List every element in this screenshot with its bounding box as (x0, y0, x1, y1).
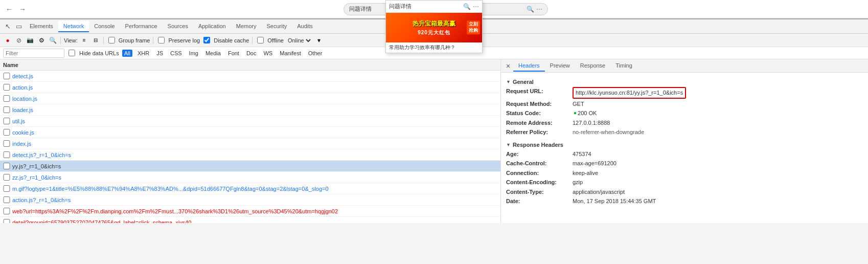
record-button[interactable]: ● (3, 36, 12, 45)
headers-tab-response[interactable]: Response (575, 60, 611, 72)
filter-all[interactable]: All (122, 50, 132, 57)
request-item-checkbox[interactable] (3, 219, 10, 223)
filter-css[interactable]: CSS (168, 50, 184, 57)
tab-network[interactable]: Network (58, 21, 89, 32)
request-url-key: Request URL: (506, 87, 573, 99)
tab-security[interactable]: Security (261, 21, 292, 32)
back-button[interactable]: ← (4, 4, 14, 14)
toolbar-divider4 (252, 37, 253, 44)
request-item[interactable]: detect.js (0, 71, 500, 82)
hide-data-urls-checkbox[interactable] (68, 50, 75, 56)
request-item-checkbox[interactable] (3, 208, 10, 214)
status-green-dot: ● (574, 109, 577, 118)
filter-ws[interactable]: WS (261, 50, 275, 57)
response-header-row: Content-Type:application/javascript (506, 188, 863, 196)
request-item[interactable]: yy.js?_r=1_0&ich=s (0, 161, 500, 172)
request-item-checkbox[interactable] (3, 151, 10, 158)
response-header-value: gzip (573, 178, 583, 187)
request-item[interactable]: loader.js (0, 104, 500, 116)
request-item-checkbox[interactable] (3, 185, 10, 192)
filter-doc[interactable]: Doc (244, 50, 259, 57)
camera-button[interactable]: 📷 (26, 36, 35, 45)
request-item-checkbox[interactable] (3, 84, 10, 91)
request-item-checkbox[interactable] (3, 73, 10, 79)
headers-content: ▼ General Request URL: http://klc.iyunsu… (501, 73, 868, 223)
response-header-row: Age:475374 (506, 150, 863, 159)
disable-cache-checkbox[interactable] (203, 37, 210, 43)
tab-elements[interactable]: Elements (25, 21, 58, 32)
request-item[interactable]: web?url=https%3A%2F%2F%2Fm.dianping.com%… (0, 206, 500, 217)
request-item-name: location.js (12, 96, 497, 102)
request-item-checkbox[interactable] (3, 106, 10, 113)
more-button[interactable]: ▾ (314, 36, 324, 45)
referrer-policy-value: no-referrer-when-downgrade (573, 128, 644, 137)
request-item[interactable]: m.gif?logtype=1&title=%E5%88%88%E7%94%A8… (0, 183, 500, 194)
response-header-value: application/javascript (573, 188, 625, 196)
request-item[interactable]: action.js?_r=1_0&ich=s (0, 194, 500, 206)
request-item-name: loader.js (12, 107, 497, 113)
throttle-select[interactable]: Online (286, 37, 312, 44)
request-item-checkbox[interactable] (3, 140, 10, 147)
filter-manifest[interactable]: Manifest (278, 50, 303, 57)
headers-tab-bar: × Headers Preview Response Timing (501, 59, 868, 73)
cursor-icon-button[interactable]: ↖ (2, 21, 13, 32)
remote-address-value: 127.0.0.1:8888 (573, 119, 610, 127)
headers-tab-timing[interactable]: Timing (610, 60, 637, 72)
browser-nav: ← → (4, 4, 28, 14)
filter-js[interactable]: JS (154, 50, 165, 57)
request-item[interactable]: action.js (0, 82, 500, 93)
remote-address-key: Remote Address: (506, 119, 573, 127)
response-headers-toggle[interactable]: ▼ (506, 142, 511, 147)
request-item[interactable]: detail?groupid=6579037527070474765&gd_la… (0, 217, 500, 223)
headers-close-button[interactable]: × (503, 61, 513, 71)
filter-media[interactable]: Media (203, 50, 223, 57)
forward-button[interactable]: → (17, 4, 28, 14)
filter-img[interactable]: Img (187, 50, 200, 57)
general-toggle[interactable]: ▼ (506, 79, 511, 84)
filter-input[interactable] (3, 49, 64, 58)
tab-sources[interactable]: Sources (163, 21, 193, 32)
popup-header: 问题详情 🔍 ⋯ (386, 1, 482, 13)
waterfall-view-button[interactable]: ⊟ (91, 36, 100, 45)
request-item-name: yy.js?_r=1_0&ich=s (12, 163, 497, 169)
popup-more: ⋯ (473, 3, 479, 10)
request-item[interactable]: zz.js?_r=1_0&ich=s (0, 172, 500, 183)
request-item-checkbox[interactable] (3, 129, 10, 136)
request-item[interactable]: util.js (0, 116, 500, 127)
request-item-checkbox[interactable] (3, 118, 10, 124)
toolbar-divider (60, 37, 61, 44)
request-item[interactable]: index.js (0, 138, 500, 149)
popup-badge: 立刻抢购 (467, 20, 480, 34)
filter-other[interactable]: Other (306, 50, 325, 57)
response-header-value: Mon, 17 Sep 2018 15:44:35 GMT (573, 197, 656, 206)
request-item[interactable]: cookie.js (0, 127, 500, 138)
request-item-checkbox[interactable] (3, 163, 10, 169)
request-item-checkbox[interactable] (3, 95, 10, 102)
response-header-key: Content-Type: (506, 188, 573, 196)
request-item-name: action.js (12, 84, 497, 91)
response-header-row: Content-Encoding:gzip (506, 178, 863, 187)
tab-performance[interactable]: Performance (120, 21, 163, 32)
filter-button[interactable]: ⚙ (37, 36, 46, 45)
tab-application[interactable]: Application (193, 21, 231, 32)
headers-tab-headers[interactable]: Headers (513, 60, 545, 72)
request-item[interactable]: location.js (0, 93, 500, 104)
group-frame-checkbox[interactable] (108, 37, 115, 43)
request-item[interactable]: detect.js?_r=1_0&ich=s (0, 149, 500, 161)
offline-checkbox[interactable] (257, 37, 264, 43)
filter-font[interactable]: Font (226, 50, 241, 57)
tab-console[interactable]: Console (89, 21, 120, 32)
device-icon-button[interactable]: ▭ (13, 21, 25, 32)
search-button[interactable]: 🔍 (48, 36, 57, 45)
remote-address-row: Remote Address: 127.0.0.1:8888 (506, 119, 863, 127)
request-item-checkbox[interactable] (3, 174, 10, 181)
request-item-checkbox[interactable] (3, 196, 10, 203)
preserve-log-checkbox[interactable] (158, 37, 165, 43)
tab-audits[interactable]: Audits (292, 21, 318, 32)
tab-memory[interactable]: Memory (231, 21, 262, 32)
list-view-button[interactable]: ≡ (80, 36, 89, 45)
filter-xhr[interactable]: XHR (135, 50, 151, 57)
stop-button[interactable]: ⊘ (14, 36, 24, 45)
headers-tab-preview[interactable]: Preview (545, 60, 575, 72)
request-method-value: GET (573, 100, 584, 108)
